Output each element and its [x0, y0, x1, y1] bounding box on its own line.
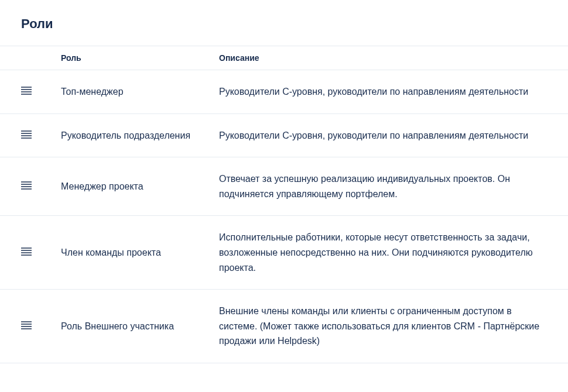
role-name-cell[interactable]: Руководитель подразделения [61, 114, 219, 157]
column-header-handle [0, 46, 61, 70]
drag-handle-icon[interactable] [21, 247, 32, 256]
role-description-cell: Внешние члены команды или клиенты с огра… [219, 290, 568, 363]
role-description-cell: Руководители С-уровня, руководители по н… [219, 70, 568, 114]
table-row: Член команды проекта Исполнительные рабо… [0, 216, 568, 290]
drag-handle-icon[interactable] [21, 181, 32, 190]
table-row: Топ-менеджер Руководители С-уровня, руко… [0, 70, 568, 114]
role-description-cell: Исполнительные работники, которые несут … [219, 216, 568, 290]
role-name-cell[interactable]: Роль Внешнего участника [61, 290, 219, 363]
role-name-cell[interactable]: Топ-менеджер [61, 70, 219, 114]
roles-table: Роль Описание Топ-менеджер [0, 46, 568, 363]
table-header-row: Роль Описание [0, 46, 568, 70]
column-header-role: Роль [61, 46, 219, 70]
table-row: Роль Внешнего участника Внешние члены ко… [0, 290, 568, 363]
drag-handle-icon[interactable] [21, 87, 32, 95]
drag-handle-icon[interactable] [21, 321, 32, 329]
drag-handle-icon[interactable] [21, 130, 32, 139]
table-row: Менеджер проекта Отвечает за успешную ре… [0, 157, 568, 216]
role-description-cell: Отвечает за успешную реализацию индивиду… [219, 157, 568, 216]
page-title: Роли [0, 0, 568, 46]
table-row: Руководитель подразделения Руководители … [0, 114, 568, 157]
column-header-description: Описание [219, 46, 568, 70]
role-description-cell: Руководители С-уровня, руководители по н… [219, 114, 568, 157]
role-name-cell[interactable]: Член команды проекта [61, 216, 219, 290]
roles-panel: Роли Роль Описание [0, 0, 568, 363]
role-name-cell[interactable]: Менеджер проекта [61, 157, 219, 216]
